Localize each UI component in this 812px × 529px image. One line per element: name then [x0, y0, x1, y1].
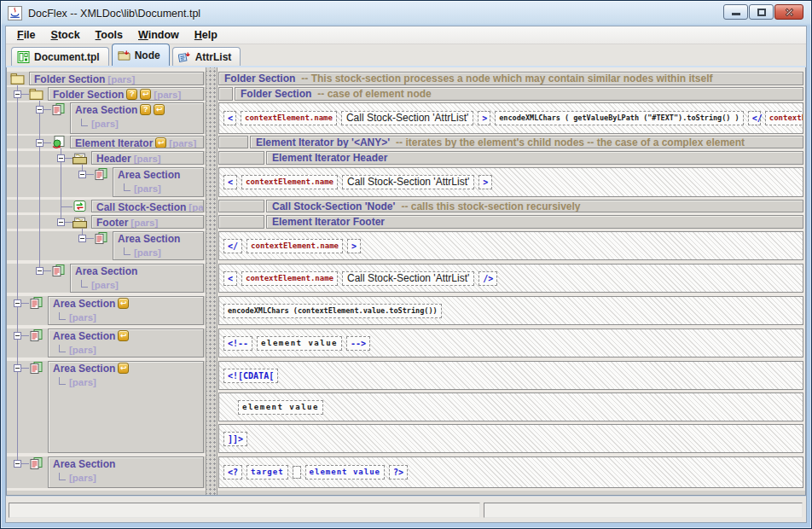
ref-badge: ↩ [154, 104, 165, 115]
menu-tools[interactable]: Tools [88, 27, 130, 43]
tree-node-footer[interactable]: Footer [pars] [91, 215, 204, 229]
tree-node-area-section[interactable]: Area Section [pars] [113, 231, 204, 260]
attrlist-icon [178, 51, 191, 63]
tree-node-folder-section-root[interactable]: Folder Section [pars] [29, 72, 204, 85]
expander-toggle[interactable] [14, 460, 21, 468]
tree-node-element-iterator[interactable]: Element Iterator ↩ [pars] [70, 136, 204, 148]
expander-toggle[interactable] [57, 218, 65, 226]
pars-label: [pars] [69, 377, 96, 387]
tree-row: Folder Section ? ↩ [pars] [7, 87, 206, 101]
xml-open-bracket-chip[interactable]: < [223, 271, 237, 286]
area-section-icon [51, 264, 66, 277]
comment-open-chip[interactable]: <!-- [223, 336, 252, 351]
section-header-folder-section[interactable]: Folder Section -- This stock-section pro… [218, 72, 803, 85]
menu-window[interactable]: Window [130, 27, 187, 43]
footer-folder-icon [72, 216, 87, 229]
tree-node-area-section[interactable]: Area Section ↩ [pars] [48, 296, 204, 325]
context-element-name-chip[interactable]: contextElement.name [246, 239, 343, 253]
tree-label: Call Stock-Section [96, 201, 186, 213]
element-value-chip[interactable]: element value [305, 465, 385, 480]
cdata-close-chip[interactable]: ]]> [223, 432, 247, 446]
xml-close-bracket-chip[interactable]: > [478, 111, 490, 125]
comment-close-chip[interactable]: --> [346, 336, 370, 351]
tab-label: AttrList [195, 51, 232, 63]
tree-node-header[interactable]: Header [pars] [91, 151, 204, 165]
section-header-folder-section-case[interactable]: Folder Section -- case of element node [235, 87, 803, 101]
xml-end-tag-open-chip[interactable]: </ [223, 239, 242, 253]
pars-connector [59, 312, 66, 320]
tree-node-area-section[interactable]: Area Section ? ↩ [pars] [70, 102, 204, 134]
context-element-name-chip[interactable]: contextElement.name [241, 111, 337, 125]
xml-close-bracket-chip[interactable]: > [347, 239, 361, 253]
title-bar[interactable]: DocFlex -- XMLDoc\lib\Document.tpl [1, 1, 811, 26]
expander-toggle[interactable] [57, 154, 65, 162]
encode-xml-chars-chip[interactable]: encodeXMLChars ( getValueByLPath ("#TEXT… [495, 111, 743, 125]
pi-open-chip[interactable]: <? [223, 465, 242, 480]
template-output-area: <? target element value ?> [218, 456, 803, 488]
expander-toggle[interactable] [36, 139, 44, 147]
template-output-area: </ contextElement.name > [218, 231, 803, 260]
menu-help[interactable]: Help [187, 27, 225, 43]
tab-document-tpl[interactable]: Document.tpl [11, 47, 109, 66]
empty-chip[interactable] [293, 466, 301, 479]
context-element-name-chip[interactable]: contextElement.name [241, 175, 338, 189]
call-stock-section-chip[interactable]: Call Stock-Section 'AttrList' [342, 271, 474, 286]
expander-toggle[interactable] [36, 267, 44, 275]
tab-label: Document.tpl [34, 51, 100, 63]
maximize-button[interactable] [749, 4, 774, 20]
section-title: Element Iterator Footer [272, 216, 385, 228]
pars-label: [pars] [69, 312, 96, 323]
content-row: <? target element value ?> [218, 456, 805, 488]
panel-splitter[interactable] [206, 67, 218, 495]
content-row: ]]> [218, 424, 805, 453]
context-element-name-chip[interactable]: contextElement.name [241, 271, 338, 286]
folder-section-icon [29, 88, 44, 101]
tree-node-area-section[interactable]: Area Section [pars] [113, 167, 204, 197]
tree-node-area-section[interactable]: Area Section ↩ [pars] [48, 328, 204, 358]
xml-self-close-chip[interactable]: /> [478, 271, 497, 286]
section-header-iterator-footer[interactable]: Element Iterator Footer [266, 215, 803, 229]
section-header-row: Element Iterator Footer [218, 215, 805, 229]
xml-open-bracket-chip[interactable]: < [223, 175, 237, 189]
pi-target-chip[interactable]: target [246, 465, 288, 480]
indent-cell [218, 136, 248, 148]
component-tree-panel: Folder Section [pars] Folder Section ? ↩ [7, 67, 206, 495]
template-output-area: encodeXMLChars (contextElement.value.toS… [218, 296, 803, 325]
pi-close-chip[interactable]: ?> [389, 465, 408, 480]
element-value-chip[interactable]: element value [257, 336, 342, 351]
expander-toggle[interactable] [14, 90, 21, 98]
call-stock-section-chip[interactable]: Call Stock-Section 'AttrList' [342, 175, 474, 189]
tree-node-call-stock-section[interactable]: Call Stock-Section [pars] [91, 200, 204, 212]
expander-toggle[interactable] [14, 299, 21, 307]
section-header-element-iterator[interactable]: Element Iterator by '<ANY>' -- iterates … [250, 136, 803, 148]
element-value-chip[interactable]: element value [238, 400, 323, 415]
tree-label: Area Section [118, 233, 180, 245]
tree-node-folder-section[interactable]: Folder Section ? ↩ [pars] [48, 87, 204, 101]
tree-node-area-section[interactable]: Area Section [pars] [48, 456, 204, 488]
pars-label: [pars] [69, 473, 96, 483]
tree-node-area-section[interactable]: Area Section [pars] [70, 264, 204, 293]
minimize-button[interactable] [723, 4, 748, 20]
ref-badge: ↩ [118, 298, 129, 309]
status-bar [6, 496, 806, 522]
tree-node-area-section[interactable]: Area Section ↩ [pars] [48, 361, 204, 453]
call-stock-section-chip[interactable]: Call Stock-Section 'AttrList' [341, 111, 473, 125]
menu-file[interactable]: File [9, 27, 44, 43]
tab-attrlist[interactable]: AttrList [172, 47, 241, 66]
section-header-iterator-header[interactable]: Element Iterator Header [266, 151, 803, 165]
expander-toggle[interactable] [78, 171, 86, 178]
xml-end-tag-open-chip[interactable]: </ [748, 111, 761, 125]
tab-node[interactable]: Node [112, 44, 170, 66]
menu-stock[interactable]: Stock [44, 27, 88, 43]
xml-close-bracket-chip[interactable]: > [478, 175, 492, 189]
xml-open-bracket-chip[interactable]: < [223, 111, 236, 125]
cdata-open-chip[interactable]: <![CDATA[ [223, 369, 278, 383]
expander-toggle[interactable] [14, 332, 21, 340]
close-button[interactable] [774, 4, 803, 20]
expander-toggle[interactable] [78, 235, 86, 242]
expander-toggle[interactable] [14, 364, 21, 372]
section-header-call-stock-section[interactable]: Call Stock-Section 'Node' -- calls this … [266, 200, 803, 212]
expander-toggle[interactable] [36, 106, 44, 113]
context-element-name-chip[interactable]: contextElement.name [765, 111, 803, 125]
encode-xml-chars-chip[interactable]: encodeXMLChars (contextElement.value.toS… [223, 304, 442, 318]
